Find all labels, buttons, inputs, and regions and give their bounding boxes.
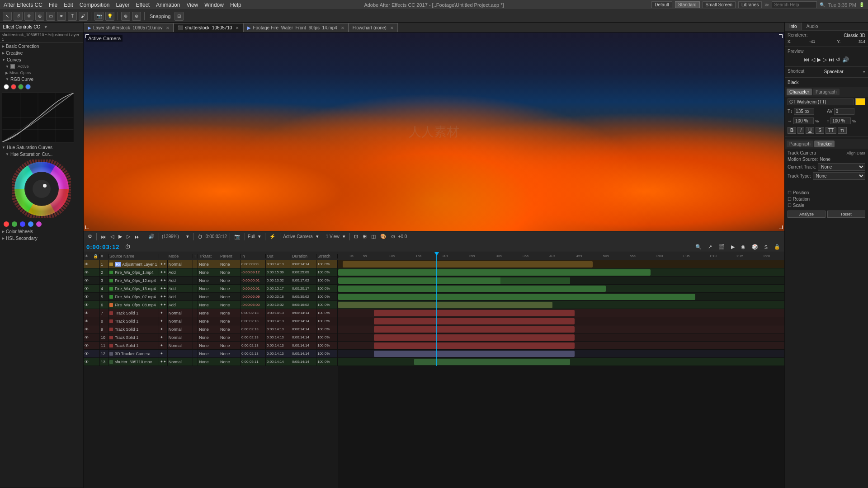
tool-roto[interactable]: ⊚ (121, 12, 130, 21)
track-12-bar[interactable] (374, 351, 575, 357)
fast-preview[interactable]: ⚡ (268, 234, 277, 239)
track-5-bar[interactable] (338, 294, 695, 300)
camera-dropdown[interactable]: ▾ (315, 234, 320, 239)
curves-row[interactable]: ▼ Curves (0, 56, 83, 63)
layer-row-10[interactable]: 👁 10 Track Solid 1 ✦ Normal None None 0:… (84, 333, 338, 342)
audio-tab[interactable]: Audio (802, 23, 823, 30)
hue-sat-curve-row[interactable]: ▼ Hue Saturation Cur... (0, 151, 83, 158)
layer-row-7[interactable]: 👁 7 Track Solid 1 ✦ Normal None None 0:0… (84, 309, 338, 317)
view-dropdown[interactable]: ▾ (341, 234, 347, 239)
snapping-toggle[interactable]: ⊟ (175, 12, 184, 21)
workspace-libraries[interactable]: Libraries (738, 1, 762, 8)
info-tab[interactable]: Info (785, 23, 802, 30)
rotation-checkbox[interactable]: ☐ Rotation (788, 197, 810, 202)
track-type-select[interactable]: None (813, 172, 865, 180)
paragraph-tab2[interactable]: Paragraph (787, 141, 813, 147)
menu-window[interactable]: Window (204, 2, 224, 8)
playback-play[interactable]: ▶ (117, 234, 123, 239)
curve-dot-red[interactable] (11, 84, 16, 89)
scale-checkbox[interactable]: ☐ Scale (788, 203, 804, 208)
track-8-bar[interactable] (374, 318, 575, 324)
menu-layer[interactable]: Layer (116, 2, 130, 8)
playback-start[interactable]: ⏮ (99, 234, 107, 239)
wheel-dot-red[interactable] (4, 221, 9, 227)
tool-anchor[interactable]: ⊕ (35, 12, 44, 21)
tracking-input[interactable] (834, 108, 854, 115)
comp-tab-3-close[interactable]: ✕ (390, 26, 394, 30)
font-size-input[interactable] (794, 108, 814, 115)
track-1-row[interactable] (338, 260, 784, 268)
track-7-row[interactable] (338, 309, 784, 317)
layer-3-eye[interactable]: 👁 (84, 277, 92, 284)
track-4-bar[interactable] (338, 286, 606, 292)
color-wheel[interactable] (12, 160, 71, 218)
comp-tab-0-close[interactable]: ✕ (166, 26, 170, 30)
layer-row-4[interactable]: 👁 4 Fire_Wa_0fps_13.mp4 ✦✦ Add None None… (84, 285, 338, 293)
comp-tab-2-close[interactable]: ✕ (341, 26, 344, 30)
track-9-bar[interactable] (374, 326, 575, 333)
preview-prev[interactable]: ◁ (811, 56, 815, 63)
color-wheels-row[interactable]: ▶ Color Wheels (0, 228, 83, 235)
menu-composition[interactable]: Composition (80, 2, 110, 8)
scale-h-input[interactable] (830, 117, 851, 124)
grid-btn[interactable]: ⊞ (361, 234, 368, 239)
comp-tab-1[interactable]: ⬛ shutterstock_10605710 ✕ (174, 23, 243, 32)
workspace-standard[interactable]: Standard (675, 1, 700, 8)
menu-effect[interactable]: Effect (136, 2, 150, 8)
preview-speaker[interactable]: 🔊 (842, 56, 849, 63)
layer-row-3[interactable]: 👁 3 Fire_Wa_0fps_12.mp4 ✦✦ Add None None… (84, 277, 338, 285)
comp-tab-1-close[interactable]: ✕ (236, 26, 239, 30)
track-2-row[interactable] (338, 268, 784, 277)
motion-blur-btn[interactable]: ◉ (740, 244, 747, 250)
tool-move[interactable]: ✥ (24, 12, 33, 21)
wheel-dot-magenta[interactable] (36, 221, 42, 227)
track-5-row[interactable] (338, 293, 784, 301)
track-3-row[interactable] (338, 277, 784, 285)
layer-row-11[interactable]: 👁 11 Track Solid 1 ✦ Normal None None 0:… (84, 342, 338, 350)
snapshot-btn[interactable]: 📷 (233, 234, 242, 239)
preview-last[interactable]: ⏭ (829, 56, 834, 63)
curves-graph[interactable] (2, 93, 74, 142)
tool-pen[interactable]: ✒ (57, 12, 66, 21)
scale-w-input[interactable] (793, 117, 814, 124)
quality-selector[interactable]: Full (248, 234, 255, 239)
track-13-row[interactable] (338, 358, 784, 366)
track-11-row[interactable] (338, 342, 784, 350)
layer-1-lock[interactable] (92, 260, 100, 268)
layer-row-1[interactable]: 👁 1 Fx Adjustment Layer 1 ✦✦ Normal None… (84, 260, 338, 268)
wheel-dot-green[interactable] (12, 221, 17, 227)
curve-dot-green[interactable] (18, 84, 24, 89)
draft-3d-btn[interactable]: 🎲 (750, 244, 760, 250)
allcaps-btn[interactable]: TT (826, 127, 836, 134)
safe-zones-btn[interactable]: ⊡ (353, 234, 359, 239)
hue-sat-curves-row[interactable]: ▼ Hue Saturation Curves (0, 144, 83, 151)
layer-2-lock[interactable] (92, 268, 100, 276)
active-checkbox[interactable] (10, 64, 15, 69)
preview-loop[interactable]: ↺ (836, 56, 840, 63)
layer-row-13[interactable]: 👁 13 shutter_605710.mov ✦✦ Normal None N… (84, 358, 338, 366)
tool-text[interactable]: T (68, 12, 77, 21)
curve-dot-blue[interactable] (25, 84, 31, 89)
workspace-small-screen[interactable]: Small Screen (703, 1, 736, 8)
tool-light[interactable]: 💡 (105, 12, 114, 21)
zoom-dropdown[interactable]: ▾ (185, 234, 190, 239)
track-9-row[interactable] (338, 325, 784, 333)
comp-flow-btn[interactable]: ↗ (707, 244, 713, 250)
reset-btn[interactable]: Reset (827, 211, 865, 218)
search-comp-btn[interactable]: 🔍 (694, 244, 703, 250)
font-color-swatch[interactable] (855, 98, 865, 105)
preview-next[interactable]: ▷ (823, 56, 827, 63)
app-menu-aftereffects[interactable]: After Effects CC (4, 2, 42, 8)
preview-first[interactable]: ⏮ (804, 56, 809, 63)
render-btn[interactable]: ▶ (730, 244, 736, 250)
search-input[interactable] (772, 1, 817, 8)
time-edit-btn[interactable]: ⏱ (123, 244, 132, 250)
track-7-bar[interactable] (374, 310, 575, 316)
solo-btn[interactable]: S (763, 244, 769, 250)
wheel-dot-cyan[interactable] (28, 221, 33, 227)
layer-row-2[interactable]: 👁 2 Fire_Wa_0fps_1.mp4 ✦✦ Add None None … (84, 268, 338, 277)
audio-toggle[interactable]: 🔊 (147, 234, 156, 239)
tool-brush[interactable]: 🖌 (79, 12, 88, 21)
track-13-bar[interactable] (414, 359, 570, 365)
layer-1-mode[interactable]: Normal (168, 260, 193, 268)
